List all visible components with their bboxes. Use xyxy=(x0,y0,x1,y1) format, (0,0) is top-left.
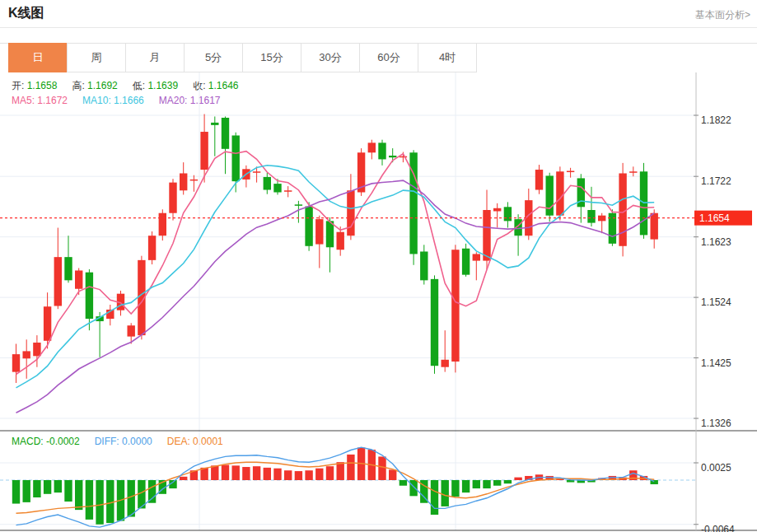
kline-plot-area[interactable] xyxy=(0,72,696,530)
axis-label: 1.1623 xyxy=(701,236,731,248)
axis-label: -0.0064 xyxy=(701,524,735,532)
kline-widget: K线图 基本面分析> 日周月5分15分30分60分4时 开: 1.1658高: … xyxy=(0,0,757,532)
axis-label: 1.1425 xyxy=(701,357,731,369)
current-price-label: 1.1654 xyxy=(699,212,730,224)
axis-label: 1.1722 xyxy=(701,175,731,187)
axis-label: 1.1326 xyxy=(701,418,731,429)
axis-label: 0.0025 xyxy=(701,462,731,474)
axis-label: 1.1822 xyxy=(701,114,731,126)
axis-label: 1.1524 xyxy=(701,296,731,308)
kline-chart-svg: 1.18221.17221.16231.15241.14251.13260.00… xyxy=(0,0,757,532)
